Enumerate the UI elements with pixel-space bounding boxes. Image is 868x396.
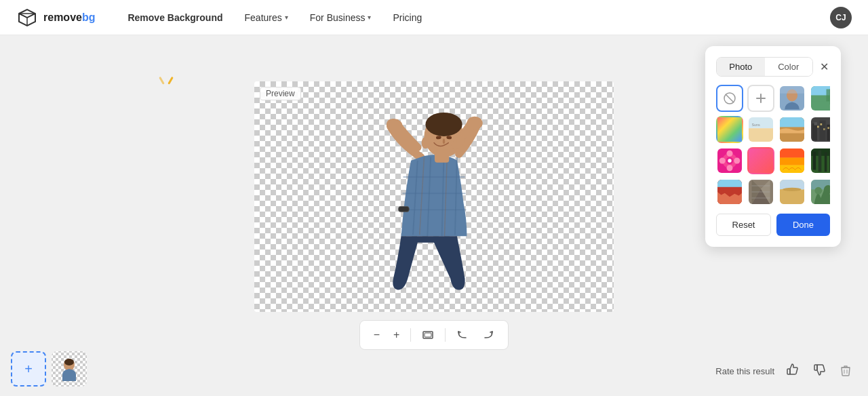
svg-rect-79 bbox=[829, 151, 830, 172]
svg-point-66 bbox=[719, 158, 726, 164]
svg-text:Suns: Suns bbox=[752, 123, 761, 127]
spinner-line-2 bbox=[167, 77, 174, 85]
bg-sunset-image bbox=[780, 147, 804, 174]
nav-for-business[interactable]: For Business ▾ bbox=[310, 12, 372, 23]
fit-screen-icon bbox=[422, 329, 434, 341]
svg-point-9 bbox=[467, 117, 482, 130]
nav-features[interactable]: Features ▾ bbox=[245, 12, 288, 23]
svg-rect-78 bbox=[825, 152, 827, 172]
thumbs-down-button[interactable] bbox=[810, 360, 829, 382]
add-image-button[interactable]: + bbox=[11, 351, 46, 387]
bg-swatch-sunset[interactable] bbox=[778, 147, 806, 174]
zoom-out-icon: − bbox=[374, 329, 380, 341]
svg-rect-19 bbox=[399, 207, 410, 212]
svg-rect-31 bbox=[814, 365, 817, 370]
subject-image bbox=[339, 92, 529, 302]
preview-badge: Preview bbox=[260, 87, 301, 100]
panel-header: Photo Color ✕ bbox=[716, 57, 830, 77]
tab-color[interactable]: Color bbox=[765, 58, 813, 76]
logo-icon bbox=[16, 7, 38, 28]
bg-swatch-desert[interactable] bbox=[778, 116, 806, 143]
svg-rect-59 bbox=[821, 123, 823, 125]
bg-swatch-canyon[interactable] bbox=[716, 178, 743, 205]
svg-rect-76 bbox=[813, 152, 816, 170]
svg-rect-55 bbox=[814, 122, 818, 125]
svg-point-67 bbox=[734, 158, 740, 164]
bg-nature-image bbox=[811, 178, 830, 205]
avatar-initials: CJ bbox=[835, 13, 846, 22]
bg-swatch-rainbow[interactable] bbox=[716, 116, 743, 143]
panel-footer: Reset Done bbox=[716, 214, 830, 236]
toolbar-divider-2 bbox=[445, 328, 446, 342]
toolbar-divider-1 bbox=[410, 328, 411, 342]
svg-rect-61 bbox=[827, 127, 829, 129]
svg-rect-81 bbox=[717, 180, 742, 187]
zoom-in-icon: + bbox=[393, 329, 399, 341]
preview-container: Preview bbox=[254, 81, 614, 312]
svg-point-8 bbox=[387, 119, 402, 132]
svg-point-29 bbox=[64, 359, 74, 365]
bg-city-image bbox=[811, 116, 830, 143]
svg-rect-49 bbox=[749, 128, 773, 142]
thumbnail-item-1[interactable] bbox=[52, 351, 87, 387]
redo-icon bbox=[482, 329, 494, 341]
rate-label: Rate this result bbox=[715, 366, 774, 376]
chevron-down-icon: ▾ bbox=[285, 14, 288, 21]
rate-bar: Rate this result bbox=[715, 360, 854, 382]
bg-swatch-pink-gradient[interactable] bbox=[747, 147, 774, 174]
close-icon: ✕ bbox=[820, 61, 829, 73]
loading-indicator bbox=[163, 76, 170, 84]
bg-swatch-corridor[interactable] bbox=[747, 178, 774, 205]
svg-rect-30 bbox=[787, 369, 790, 374]
svg-point-24 bbox=[456, 135, 465, 146]
trash-icon bbox=[840, 364, 852, 376]
bg-canyon-image bbox=[717, 178, 742, 205]
bg-swatch-nature[interactable] bbox=[810, 178, 830, 205]
logo-text: removebg bbox=[43, 12, 95, 24]
svg-rect-77 bbox=[818, 151, 822, 172]
bg-swatch-photo1[interactable] bbox=[778, 85, 806, 112]
svg-rect-56 bbox=[820, 121, 826, 141]
svg-point-92 bbox=[783, 188, 802, 191]
bg-swatch-beach[interactable]: Suns bbox=[747, 116, 774, 143]
svg-line-36 bbox=[726, 94, 734, 102]
bg-swatch-forest[interactable] bbox=[810, 147, 830, 174]
svg-point-69 bbox=[728, 159, 731, 162]
svg-rect-54 bbox=[812, 123, 817, 140]
add-background-icon bbox=[754, 92, 768, 105]
svg-point-64 bbox=[727, 151, 733, 157]
thumbs-up-button[interactable] bbox=[783, 360, 802, 382]
user-avatar[interactable]: CJ bbox=[830, 7, 852, 28]
bg-swatch-flower[interactable] bbox=[716, 147, 743, 174]
thumbnail-image-1 bbox=[56, 355, 83, 382]
delete-button[interactable] bbox=[837, 361, 854, 382]
thumbs-down-icon bbox=[812, 363, 826, 376]
thumbs-up-icon bbox=[785, 363, 799, 376]
logo[interactable]: removebg bbox=[16, 7, 95, 28]
bg-swatch-add[interactable] bbox=[747, 85, 774, 112]
undo-icon bbox=[456, 329, 469, 341]
bg-desert-image bbox=[780, 116, 804, 143]
svg-rect-26 bbox=[425, 333, 431, 337]
bg-forest-image bbox=[811, 147, 830, 174]
spinner-line-1 bbox=[159, 77, 165, 85]
bg-swatch-arid[interactable] bbox=[778, 178, 806, 205]
svg-point-7 bbox=[425, 113, 462, 136]
svg-rect-72 bbox=[780, 158, 804, 165]
bg-swatch-photo2[interactable] bbox=[810, 85, 830, 112]
add-icon: + bbox=[24, 361, 33, 377]
bg-swatch-city[interactable] bbox=[810, 116, 830, 143]
close-panel-button[interactable]: ✕ bbox=[818, 59, 830, 75]
nav-pricing[interactable]: Pricing bbox=[393, 12, 422, 23]
main-area: Preview bbox=[0, 35, 868, 396]
nav-pricing-label: Pricing bbox=[393, 12, 422, 23]
tab-photo[interactable]: Photo bbox=[717, 58, 765, 76]
svg-rect-57 bbox=[827, 125, 830, 140]
done-button[interactable]: Done bbox=[776, 214, 830, 236]
bg-beach-image: Suns bbox=[749, 116, 773, 143]
chevron-down-icon: ▾ bbox=[368, 14, 371, 21]
reset-button[interactable]: Reset bbox=[716, 214, 771, 236]
bg-swatch-none[interactable] bbox=[716, 85, 743, 112]
nav-for-business-label: For Business bbox=[310, 12, 366, 23]
nav-remove-background[interactable]: Remove Background bbox=[127, 12, 222, 23]
